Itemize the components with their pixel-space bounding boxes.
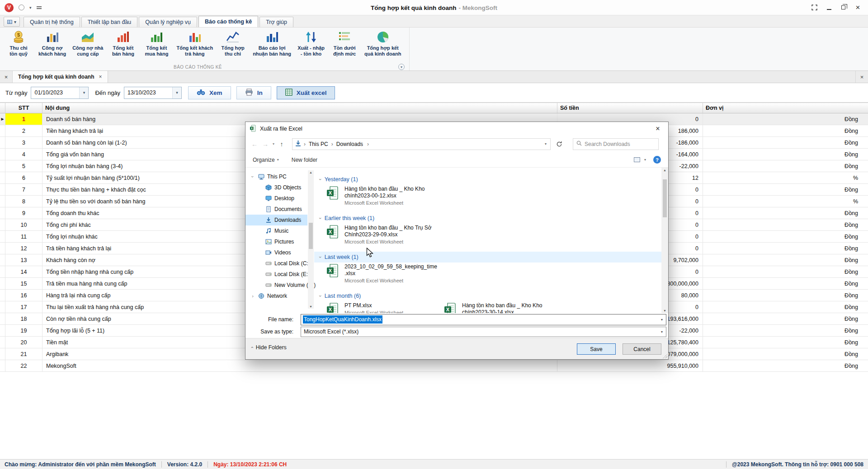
- scroll-down-icon[interactable]: ▼: [663, 309, 666, 312]
- ribbon-item[interactable]: Tổng kết mua hàng: [140, 29, 173, 58]
- calendar-dropdown-icon[interactable]: ▾: [79, 87, 88, 98]
- address-dropdown-icon[interactable]: ▾: [545, 142, 548, 146]
- file-item[interactable]: XHàng tồn kho ban đầu _ Kho Trụ SởChính2…: [326, 225, 442, 248]
- organize-button[interactable]: Organize▾: [253, 157, 279, 163]
- scroll-down-icon[interactable]: ▼: [309, 305, 312, 308]
- sidebar-item-this-pc[interactable]: ›This PC: [245, 171, 307, 182]
- file-item[interactable]: XHàng tồn kho ban đầu _ Kho Khochính2023…: [326, 186, 442, 209]
- restore-button[interactable]: [838, 3, 849, 13]
- file-list-scrollbar[interactable]: ▲ ▼: [661, 168, 668, 313]
- tree-expander-icon[interactable]: ›: [250, 174, 255, 179]
- to-date-input[interactable]: 13/10/2023 ▾: [124, 87, 182, 99]
- file-group-header[interactable]: ›Yesterday (1): [314, 174, 661, 185]
- file-item[interactable]: X2023_10_02_09_59_58_keeping_time.xlsxMi…: [326, 263, 442, 287]
- scrollbar-thumb[interactable]: [663, 179, 667, 217]
- combo-dropdown-icon[interactable]: ▾: [661, 318, 663, 322]
- ribbon-item[interactable]: Tồn dưới định mức: [328, 29, 361, 58]
- column-header-amount[interactable]: Số tiền: [557, 103, 703, 113]
- sidebar-item-downloads[interactable]: Downloads: [245, 215, 307, 225]
- ribbon-tab[interactable]: Báo cáo thống kê: [198, 16, 258, 27]
- address-bar[interactable]: ›This PC›Downloads › ▾: [292, 138, 551, 150]
- file-name-input[interactable]: TongHopKetQuaKinhDoanh.xlsx ▾: [301, 314, 666, 325]
- close-strip-button[interactable]: ×: [855, 71, 868, 83]
- file-item[interactable]: XHàng tồn kho ban đầu _ Kho Khochính2023…: [443, 302, 559, 313]
- cancel-button[interactable]: Cancel: [623, 343, 661, 355]
- export-excel-button[interactable]: Xuất excel: [277, 86, 335, 99]
- document-tab-active[interactable]: Tổng hợp kết quả kinh doanh ×: [13, 71, 108, 83]
- breadcrumb-chevron-icon[interactable]: ›: [366, 141, 370, 147]
- ribbon-item[interactable]: Tổng kết khách trả hàng: [173, 29, 216, 58]
- file-type: Microsoft Excel Worksheet: [344, 200, 425, 206]
- back-button[interactable]: ←: [249, 141, 260, 148]
- scroll-up-icon[interactable]: ▲: [309, 171, 312, 174]
- close-all-tabs-button[interactable]: ×: [0, 71, 13, 83]
- dialog-close-button[interactable]: ×: [647, 122, 668, 136]
- sidebar-item-pictures[interactable]: Pictures: [245, 236, 307, 247]
- sidebar-item-documents[interactable]: Documents: [245, 204, 307, 215]
- from-date-input[interactable]: 01/10/2023 ▾: [31, 87, 89, 99]
- sidebar-item-desktop[interactable]: Desktop: [245, 193, 307, 204]
- customer-debt-chart-icon: [45, 30, 60, 44]
- ribbon-tab[interactable]: Quản lý nghiệp vụ: [139, 17, 197, 27]
- sidebar-item-videos[interactable]: Videos: [245, 247, 307, 258]
- sidebar-item-music[interactable]: Music: [245, 225, 307, 236]
- ribbon-item[interactable]: Công nợ nhà cung cấp: [69, 29, 106, 58]
- window-menu-button[interactable]: ▾: [4, 17, 20, 27]
- minimize-button[interactable]: [823, 3, 835, 13]
- file-item[interactable]: XPT PM.xlsxMicrosoft Excel Worksheet: [326, 302, 442, 313]
- help-icon[interactable]: ?: [653, 156, 661, 164]
- ribbon-item[interactable]: Tổng hợp kết quả kinh doanh: [361, 29, 404, 58]
- ribbon-item[interactable]: Tổng kết bán hàng: [106, 29, 140, 58]
- resize-grip[interactable]: [663, 354, 667, 358]
- sidebar-item-network[interactable]: ›Network: [245, 291, 307, 301]
- sidebar-item-local-disk-e-[interactable]: Local Disk (E:): [245, 269, 307, 280]
- column-header-unit[interactable]: Đơn vị: [703, 103, 868, 113]
- table-row[interactable]: 22MekongSoft955,910,000Đồng: [0, 360, 868, 372]
- sidebar-item-label: Local Disk (C:): [274, 260, 310, 267]
- record-circle-icon[interactable]: [19, 5, 24, 10]
- calendar-dropdown-icon[interactable]: ▾: [172, 87, 181, 98]
- scroll-up-icon[interactable]: ▲: [663, 169, 666, 172]
- sidebar-item-local-disk-c-[interactable]: Local Disk (C:): [245, 258, 307, 269]
- hide-folders-button[interactable]: › Hide Folders: [251, 344, 287, 351]
- ribbon-tab[interactable]: Thiết lập ban đầu: [81, 17, 138, 27]
- close-button[interactable]: ×: [852, 3, 863, 13]
- quick-access-icon[interactable]: [37, 6, 42, 9]
- view-button[interactable]: Xem: [188, 86, 231, 99]
- print-button[interactable]: In: [236, 86, 271, 99]
- cell-unit: Đồng: [703, 207, 868, 219]
- view-options-button[interactable]: ▾: [634, 157, 646, 162]
- save-type-select[interactable]: Microsoft Excel (*.xlsx) ▾: [301, 327, 666, 337]
- sidebar-scrollbar[interactable]: ▲ ▼: [308, 170, 314, 309]
- ribbon-tab[interactable]: Trợ giúp: [259, 17, 293, 27]
- scrollbar-thumb[interactable]: [309, 223, 313, 249]
- ribbon-collapse-icon[interactable]: ▾: [398, 64, 405, 70]
- save-button[interactable]: Save: [577, 343, 616, 355]
- sidebar-item-new-volume-g-[interactable]: New Volume (G:): [245, 280, 307, 291]
- titlebar-caret-icon[interactable]: ▾: [29, 5, 32, 10]
- file-group-header[interactable]: ›Earlier this week (1): [314, 213, 661, 224]
- breadcrumb-segment[interactable]: This PC: [307, 141, 330, 147]
- fit-screen-button[interactable]: [809, 3, 820, 13]
- history-dropdown-icon[interactable]: ▾: [271, 142, 276, 146]
- column-header-content[interactable]: Nội dung: [42, 103, 557, 113]
- breadcrumb-segment[interactable]: Downloads: [335, 141, 365, 147]
- row-indicator: [0, 348, 5, 360]
- column-header-stt[interactable]: STT: [5, 103, 42, 113]
- forward-button[interactable]: →: [260, 141, 271, 148]
- ribbon-item[interactable]: Tổng hợp thu chi: [216, 29, 250, 58]
- up-button[interactable]: ↑: [276, 141, 287, 148]
- ribbon-item[interactable]: $Thu chi tồn quỹ: [2, 29, 35, 58]
- ribbon-item[interactable]: Báo cáo lợi nhuận bán hàng: [250, 29, 294, 58]
- search-input[interactable]: Search Downloads: [573, 138, 659, 150]
- tree-expander-icon[interactable]: ›: [250, 293, 255, 299]
- ribbon-item[interactable]: Công nợ khách hàng: [35, 29, 69, 58]
- close-tab-icon[interactable]: ×: [99, 74, 102, 80]
- ribbon-tab[interactable]: Quản trị hệ thống: [24, 17, 80, 27]
- refresh-button[interactable]: [553, 138, 565, 150]
- combo-dropdown-icon[interactable]: ▾: [661, 330, 663, 334]
- sidebar-item-3d-objects[interactable]: 3D Objects: [245, 182, 307, 193]
- file-group-header[interactable]: ›Last month (6): [314, 291, 661, 301]
- new-folder-button[interactable]: New folder: [292, 157, 317, 163]
- ribbon-item[interactable]: Xuất - nhập - tồn kho: [294, 29, 328, 58]
